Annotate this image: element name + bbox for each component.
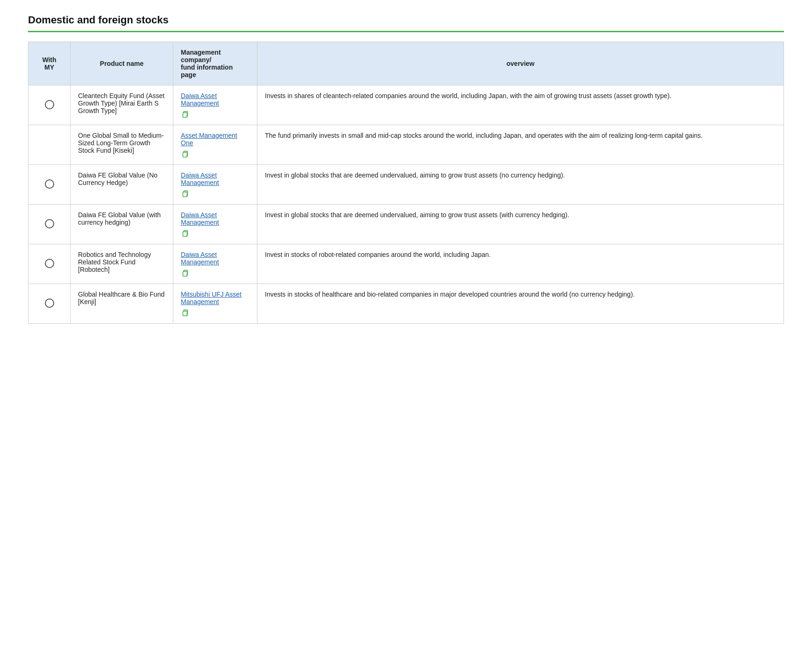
overview-cell: The fund primarily invests in small and … (257, 125, 784, 165)
product-name-cell: Global Healthcare & Bio Fund [Kenji] (71, 284, 173, 324)
header-with-my: With MY (28, 42, 71, 85)
with-my-cell[interactable] (28, 244, 71, 284)
product-name-cell: Robotics and Technology Related Stock Fu… (71, 244, 173, 284)
management-cell[interactable]: Asset Management One (173, 125, 257, 165)
radio-button[interactable] (45, 259, 54, 268)
product-name-cell: Daiwa FE Global Value (No Currency Hedge… (71, 165, 173, 205)
copy-icon[interactable] (181, 269, 189, 277)
product-name-cell: One Global Small to Medium-Sized Long-Te… (71, 125, 173, 165)
title-underline (28, 31, 784, 32)
management-link[interactable]: Mitsubishi UFJ Asset Management (181, 291, 242, 305)
copy-icon[interactable] (181, 110, 189, 118)
copy-icon[interactable] (181, 308, 189, 317)
management-link[interactable]: Daiwa Asset Management (181, 92, 219, 107)
overview-cell: Invest in global stocks that are deemed … (257, 205, 784, 244)
with-my-cell[interactable] (28, 205, 71, 244)
header-overview: overview (257, 42, 784, 85)
overview-cell: Invests in stocks of healthcare and bio-… (257, 284, 784, 324)
radio-button[interactable] (45, 219, 54, 228)
table-header-row: With MY Product name Management company/… (28, 42, 784, 85)
svg-rect-0 (183, 113, 187, 117)
table-row: One Global Small to Medium-Sized Long-Te… (28, 125, 784, 165)
svg-rect-2 (183, 192, 187, 197)
management-cell[interactable]: Daiwa Asset Management (173, 165, 257, 205)
header-management-info: Management company/ fund information pag… (173, 42, 257, 85)
with-my-cell (28, 125, 71, 165)
overview-cell: Invest in stocks of robot-related compan… (257, 244, 784, 284)
product-name-cell: Daiwa FE Global Value (with currency hed… (71, 205, 173, 244)
management-link[interactable]: Asset Management One (181, 132, 237, 147)
radio-button[interactable] (45, 298, 54, 308)
copy-icon[interactable] (181, 189, 189, 198)
management-cell[interactable]: Mitsubishi UFJ Asset Management (173, 284, 257, 324)
product-name-cell: Cleantech Equity Fund (Asset Growth Type… (71, 85, 173, 125)
with-my-cell[interactable] (28, 85, 71, 125)
copy-icon[interactable] (181, 149, 189, 158)
svg-rect-3 (183, 232, 187, 236)
table-row: Robotics and Technology Related Stock Fu… (28, 244, 784, 284)
radio-button[interactable] (45, 179, 54, 189)
overview-cell: Invest in global stocks that are deemed … (257, 165, 784, 205)
header-product-name: Product name (71, 42, 173, 85)
page-title: Domestic and foreign stocks (28, 14, 784, 26)
table-row: Daiwa FE Global Value (with currency hed… (28, 205, 784, 244)
table-row: Daiwa FE Global Value (No Currency Hedge… (28, 165, 784, 205)
svg-rect-4 (183, 271, 187, 276)
management-cell[interactable]: Daiwa Asset Management (173, 85, 257, 125)
overview-cell: Invests in shares of cleantech-related c… (257, 85, 784, 125)
management-cell[interactable]: Daiwa Asset Management (173, 244, 257, 284)
management-link[interactable]: Daiwa Asset Management (181, 211, 219, 226)
management-link[interactable]: Daiwa Asset Management (181, 251, 219, 266)
with-my-cell[interactable] (28, 165, 71, 205)
table-row: Global Healthcare & Bio Fund [Kenji]Mits… (28, 284, 784, 324)
svg-rect-1 (183, 152, 187, 157)
management-link[interactable]: Daiwa Asset Management (181, 171, 219, 186)
table-row: Cleantech Equity Fund (Asset Growth Type… (28, 85, 784, 125)
with-my-cell[interactable] (28, 284, 71, 324)
stocks-table: With MY Product name Management company/… (28, 42, 784, 324)
copy-icon[interactable] (181, 229, 189, 237)
svg-rect-5 (183, 311, 187, 316)
management-cell[interactable]: Daiwa Asset Management (173, 205, 257, 244)
radio-button[interactable] (45, 100, 54, 109)
